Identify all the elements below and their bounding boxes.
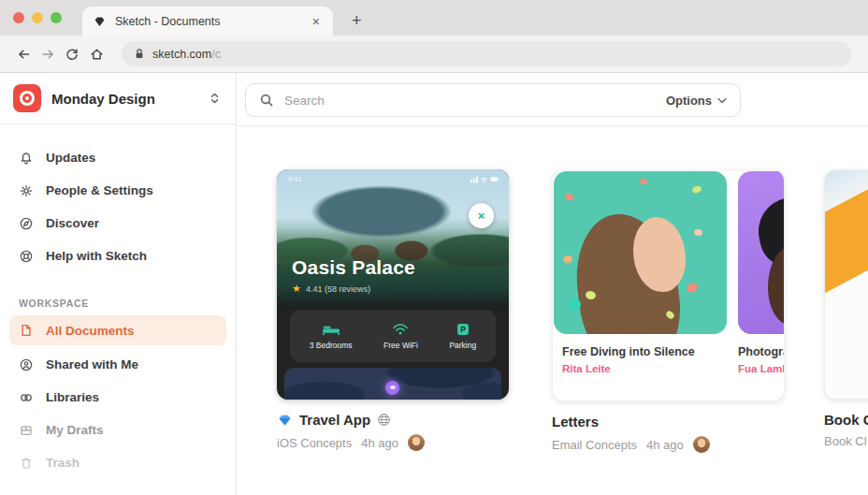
tab-close-icon[interactable]: × <box>310 13 323 30</box>
sidebar-item-label: Libraries <box>46 390 99 404</box>
tab-sketch-documents[interactable]: Sketch - Documents × <box>82 7 333 36</box>
rings-icon <box>19 390 34 405</box>
close-icon: × <box>469 203 494 228</box>
sidebar-nav: Updates People & Settings Discover <box>0 124 236 479</box>
documents-panel: Search Options 9:41 <box>237 73 868 495</box>
url-path: /c <box>211 48 221 61</box>
home-icon[interactable] <box>84 42 108 66</box>
document-card-letters: Free Diving into Silence Rita Leite Phot… <box>552 169 785 453</box>
life-ring-icon <box>19 249 34 264</box>
avatar <box>408 434 425 451</box>
url-host: sketch.com <box>152 48 211 61</box>
rating-text: 4.41 (58 reviews) <box>306 284 370 294</box>
confetti <box>564 193 574 202</box>
document-title: Travel App <box>299 412 370 428</box>
parking-icon: P <box>456 323 470 336</box>
confetti <box>691 185 702 195</box>
tab-title: Sketch - Documents <box>115 15 310 28</box>
document-meta: iOS Concepts 4h ago <box>277 434 509 451</box>
url-bar[interactable]: sketch.com/c <box>122 41 851 66</box>
search-placeholder: Search <box>284 94 666 108</box>
close-window-button[interactable] <box>13 12 24 23</box>
sketch-diamond-favicon <box>93 15 107 28</box>
phone-status-bar: 9:41 <box>288 175 499 183</box>
workspace-logo <box>13 84 41 112</box>
sidebar-item-label: Updates <box>46 151 95 165</box>
amenity-label: Parking <box>449 341 476 350</box>
status-time: 9:41 <box>288 175 302 183</box>
sidebar-item-label: All Documents <box>46 324 135 338</box>
zoom-window-button[interactable] <box>51 12 62 23</box>
document-title: Book C <box>824 412 868 428</box>
amenity-label: 3 Bedrooms <box>310 341 353 350</box>
confetti <box>569 298 581 311</box>
sidebar-item-trash[interactable]: Trash <box>0 446 236 479</box>
workspace-switcher[interactable]: Monday Design <box>0 73 236 124</box>
document-title-row[interactable]: Book C <box>824 412 868 428</box>
confetti <box>693 228 702 236</box>
document-preview-letters[interactable]: Free Diving into Silence Rita Leite Phot… <box>552 169 785 401</box>
gear-icon <box>19 183 34 198</box>
map-section <box>284 368 501 400</box>
document-preview-book[interactable] <box>824 169 868 400</box>
document-title: Letters <box>552 414 599 429</box>
sidebar: Monday Design Updates People & Settings <box>0 73 237 495</box>
amenity-label: Free WiFi <box>383 341 418 350</box>
document-meta: Email Concepts 4h ago <box>552 436 785 453</box>
bell-icon <box>19 151 34 166</box>
sidebar-item-updates[interactable]: Updates <box>0 141 236 174</box>
new-tab-button[interactable]: + <box>352 12 362 29</box>
project-name: iOS Concepts <box>277 436 352 450</box>
sidebar-item-people-settings[interactable]: People & Settings <box>0 174 236 207</box>
modified-time: 4h ago <box>646 438 684 452</box>
drawer-icon <box>19 423 34 438</box>
letter-panel-purple <box>738 171 785 334</box>
sidebar-item-shared-with-me[interactable]: Shared with Me <box>0 348 236 381</box>
globe-icon <box>377 413 391 427</box>
chevron-down-icon <box>717 97 727 104</box>
rating-row: ★ 4.41 (58 reviews) <box>292 284 370 294</box>
chevron-up-down-icon[interactable] <box>207 89 223 108</box>
browser-window: Sketch - Documents × + sketch.com/c <box>0 0 868 495</box>
forward-icon[interactable] <box>36 42 60 66</box>
sidebar-item-label: Trash <box>46 456 80 470</box>
document-card-travel-app: 9:41 × Oasis Palace ★ 4.41 (58 reviews) <box>277 169 509 453</box>
project-name: Book Cl <box>824 434 867 448</box>
modified-time: 4h ago <box>361 436 398 450</box>
confetti <box>686 282 700 295</box>
sidebar-item-all-documents[interactable]: All Documents <box>9 315 226 345</box>
wifi-icon <box>392 323 409 336</box>
browser-toolbar: sketch.com/c <box>0 36 868 73</box>
document-icon <box>19 323 34 338</box>
woman-face <box>633 217 686 292</box>
document-meta: Book Cl <box>824 434 868 448</box>
reload-icon[interactable] <box>60 42 84 66</box>
document-title-row[interactable]: Travel App <box>277 412 509 428</box>
sidebar-item-help[interactable]: Help with Sketch <box>0 240 236 272</box>
documents-header: Search Options <box>237 73 868 126</box>
documents-grid: 9:41 × Oasis Palace ★ 4.41 (58 reviews) <box>277 169 868 453</box>
sidebar-item-my-drafts[interactable]: My Drafts <box>0 414 236 446</box>
sidebar-item-discover[interactable]: Discover <box>0 207 236 240</box>
bed-icon <box>321 323 341 336</box>
back-icon[interactable] <box>11 42 36 66</box>
lock-icon <box>134 48 145 60</box>
sidebar-item-label: Discover <box>46 216 99 230</box>
confetti <box>562 254 573 264</box>
search-input[interactable]: Search Options <box>245 83 741 117</box>
letter-panel-teal <box>554 171 727 334</box>
options-dropdown[interactable]: Options <box>666 94 727 108</box>
document-title-row[interactable]: Letters <box>552 414 785 429</box>
workspace-section-label: WORKSPACE <box>19 298 217 309</box>
sidebar-item-libraries[interactable]: Libraries <box>0 381 236 414</box>
sketch-document-icon <box>277 413 293 427</box>
traffic-lights <box>13 12 62 23</box>
minimize-window-button[interactable] <box>32 12 43 23</box>
letter-author: Rita Leite <box>562 363 611 374</box>
search-icon <box>259 93 274 108</box>
star-icon: ★ <box>292 284 301 294</box>
amenities-panel: 3 Bedrooms Free WiFi P <box>290 310 496 362</box>
person-icon <box>19 357 34 372</box>
document-preview-travel-app[interactable]: 9:41 × Oasis Palace ★ 4.41 (58 reviews) <box>277 169 509 400</box>
status-icons <box>470 175 499 183</box>
